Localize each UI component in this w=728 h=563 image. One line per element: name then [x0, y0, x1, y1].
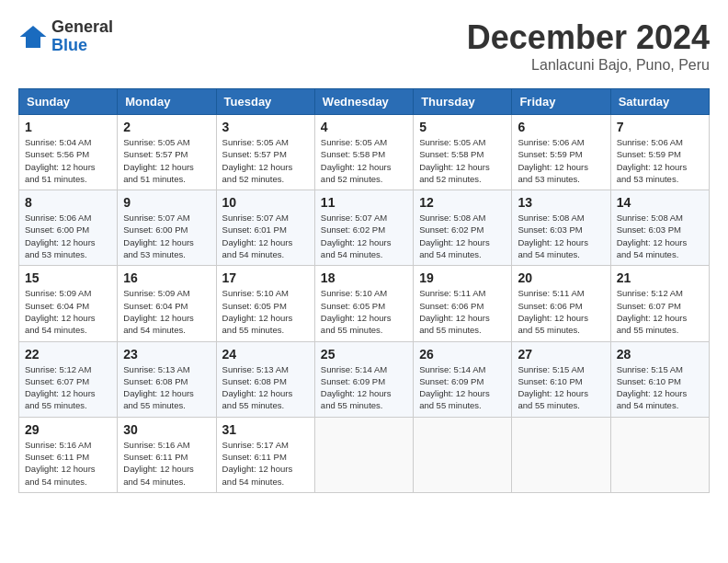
day-number: 14 [617, 195, 703, 210]
day-info: Sunrise: 5:06 AM Sunset: 6:00 PM Dayligh… [25, 212, 111, 260]
day-number: 25 [321, 347, 407, 362]
calendar-cell: 8 Sunrise: 5:06 AM Sunset: 6:00 PM Dayli… [19, 190, 118, 266]
weekday-header-friday: Friday [512, 89, 610, 115]
month-title: December 2024 [467, 18, 710, 57]
day-number: 21 [617, 270, 703, 285]
day-number: 5 [419, 120, 506, 134]
calendar-cell: 5 Sunrise: 5:05 AM Sunset: 5:58 PM Dayli… [414, 115, 512, 190]
calendar-cell: 23 Sunrise: 5:13 AM Sunset: 6:08 PM Dayl… [118, 341, 216, 417]
day-info: Sunrise: 5:13 AM Sunset: 6:08 PM Dayligh… [222, 363, 309, 412]
calendar-cell: 12 Sunrise: 5:08 AM Sunset: 6:02 PM Dayl… [414, 190, 512, 266]
day-number: 1 [25, 120, 111, 134]
day-info: Sunrise: 5:17 AM Sunset: 6:11 PM Dayligh… [222, 439, 309, 488]
calendar-cell: 29 Sunrise: 5:16 AM Sunset: 6:11 PM Dayl… [19, 417, 118, 492]
weekday-header-monday: Monday [118, 89, 216, 115]
day-number: 4 [321, 120, 407, 134]
weekday-header-sunday: Sunday [19, 89, 118, 115]
day-info: Sunrise: 5:05 AM Sunset: 5:58 PM Dayligh… [419, 136, 506, 185]
day-info: Sunrise: 5:15 AM Sunset: 6:10 PM Dayligh… [617, 363, 703, 412]
calendar-cell: 18 Sunrise: 5:10 AM Sunset: 6:05 PM Dayl… [314, 266, 413, 341]
day-number: 10 [222, 195, 309, 210]
day-info: Sunrise: 5:05 AM Sunset: 5:57 PM Dayligh… [222, 136, 309, 185]
title-area: December 2024 Lanlacuni Bajo, Puno, Peru [467, 18, 710, 74]
calendar-cell: 7 Sunrise: 5:06 AM Sunset: 5:59 PM Dayli… [610, 115, 709, 190]
calendar-cell: 24 Sunrise: 5:13 AM Sunset: 6:08 PM Dayl… [216, 341, 314, 417]
day-number: 7 [617, 120, 703, 134]
day-info: Sunrise: 5:10 AM Sunset: 6:05 PM Dayligh… [321, 287, 407, 336]
day-number: 11 [321, 195, 407, 210]
day-info: Sunrise: 5:07 AM Sunset: 6:02 PM Dayligh… [321, 212, 407, 260]
day-number: 13 [518, 195, 604, 210]
calendar-cell: 11 Sunrise: 5:07 AM Sunset: 6:02 PM Dayl… [314, 190, 413, 266]
day-info: Sunrise: 5:06 AM Sunset: 5:59 PM Dayligh… [617, 136, 703, 185]
day-number: 6 [518, 120, 604, 134]
day-number: 22 [25, 347, 111, 362]
calendar-cell: 3 Sunrise: 5:05 AM Sunset: 5:57 PM Dayli… [216, 115, 314, 190]
location: Lanlacuni Bajo, Puno, Peru [467, 57, 710, 74]
day-info: Sunrise: 5:16 AM Sunset: 6:11 PM Dayligh… [25, 439, 111, 488]
calendar-cell: 1 Sunrise: 5:04 AM Sunset: 5:56 PM Dayli… [19, 115, 118, 190]
calendar-week-5: 29 Sunrise: 5:16 AM Sunset: 6:11 PM Dayl… [19, 417, 710, 492]
day-number: 27 [518, 347, 604, 362]
day-info: Sunrise: 5:12 AM Sunset: 6:07 PM Dayligh… [25, 363, 111, 412]
calendar-cell [414, 417, 512, 492]
day-info: Sunrise: 5:05 AM Sunset: 5:57 PM Dayligh… [123, 136, 210, 185]
day-number: 28 [617, 347, 703, 362]
day-number: 2 [123, 120, 210, 134]
day-number: 8 [25, 195, 111, 210]
calendar-week-2: 8 Sunrise: 5:06 AM Sunset: 6:00 PM Dayli… [19, 190, 710, 266]
page-header: General Blue December 2024 Lanlacuni Baj… [18, 18, 710, 74]
day-number: 16 [123, 270, 210, 285]
weekday-header-row: SundayMondayTuesdayWednesdayThursdayFrid… [19, 89, 710, 115]
day-number: 29 [25, 422, 111, 437]
calendar-cell: 6 Sunrise: 5:06 AM Sunset: 5:59 PM Dayli… [512, 115, 610, 190]
day-number: 26 [419, 347, 506, 362]
calendar-cell: 15 Sunrise: 5:09 AM Sunset: 6:04 PM Dayl… [19, 266, 118, 341]
day-info: Sunrise: 5:07 AM Sunset: 6:00 PM Dayligh… [123, 212, 210, 260]
calendar: SundayMondayTuesdayWednesdayThursdayFrid… [18, 88, 710, 493]
calendar-cell: 14 Sunrise: 5:08 AM Sunset: 6:03 PM Dayl… [610, 190, 709, 266]
calendar-cell: 16 Sunrise: 5:09 AM Sunset: 6:04 PM Dayl… [118, 266, 216, 341]
day-info: Sunrise: 5:04 AM Sunset: 5:56 PM Dayligh… [25, 136, 111, 185]
calendar-cell: 17 Sunrise: 5:10 AM Sunset: 6:05 PM Dayl… [216, 266, 314, 341]
logo-general: General [51, 18, 113, 37]
calendar-cell [314, 417, 413, 492]
weekday-header-saturday: Saturday [610, 89, 709, 115]
day-number: 17 [222, 270, 309, 285]
day-info: Sunrise: 5:13 AM Sunset: 6:08 PM Dayligh… [123, 363, 210, 412]
weekday-header-thursday: Thursday [414, 89, 512, 115]
day-number: 3 [222, 120, 309, 134]
calendar-cell: 27 Sunrise: 5:15 AM Sunset: 6:10 PM Dayl… [512, 341, 610, 417]
day-info: Sunrise: 5:08 AM Sunset: 6:03 PM Dayligh… [518, 212, 604, 260]
day-number: 24 [222, 347, 309, 362]
calendar-cell: 19 Sunrise: 5:11 AM Sunset: 6:06 PM Dayl… [414, 266, 512, 341]
calendar-week-1: 1 Sunrise: 5:04 AM Sunset: 5:56 PM Dayli… [19, 115, 710, 190]
day-info: Sunrise: 5:12 AM Sunset: 6:07 PM Dayligh… [617, 287, 703, 336]
day-info: Sunrise: 5:15 AM Sunset: 6:10 PM Dayligh… [518, 363, 604, 412]
day-info: Sunrise: 5:05 AM Sunset: 5:58 PM Dayligh… [321, 136, 407, 185]
day-info: Sunrise: 5:09 AM Sunset: 6:04 PM Dayligh… [25, 287, 111, 336]
calendar-cell: 30 Sunrise: 5:16 AM Sunset: 6:11 PM Dayl… [118, 417, 216, 492]
day-info: Sunrise: 5:06 AM Sunset: 5:59 PM Dayligh… [518, 136, 604, 185]
weekday-header-tuesday: Tuesday [216, 89, 314, 115]
calendar-cell: 20 Sunrise: 5:11 AM Sunset: 6:06 PM Dayl… [512, 266, 610, 341]
day-number: 19 [419, 270, 506, 285]
day-number: 20 [518, 270, 604, 285]
calendar-cell: 28 Sunrise: 5:15 AM Sunset: 6:10 PM Dayl… [610, 341, 709, 417]
logo-text: General Blue [51, 18, 113, 55]
calendar-cell: 22 Sunrise: 5:12 AM Sunset: 6:07 PM Dayl… [19, 341, 118, 417]
day-info: Sunrise: 5:14 AM Sunset: 6:09 PM Dayligh… [321, 363, 407, 412]
calendar-cell: 31 Sunrise: 5:17 AM Sunset: 6:11 PM Dayl… [216, 417, 314, 492]
day-number: 30 [123, 422, 210, 437]
calendar-week-4: 22 Sunrise: 5:12 AM Sunset: 6:07 PM Dayl… [19, 341, 710, 417]
logo-icon [18, 22, 48, 52]
calendar-cell: 9 Sunrise: 5:07 AM Sunset: 6:00 PM Dayli… [118, 190, 216, 266]
day-number: 9 [123, 195, 210, 210]
calendar-week-3: 15 Sunrise: 5:09 AM Sunset: 6:04 PM Dayl… [19, 266, 710, 341]
calendar-cell: 25 Sunrise: 5:14 AM Sunset: 6:09 PM Dayl… [314, 341, 413, 417]
day-number: 31 [222, 422, 309, 437]
day-info: Sunrise: 5:14 AM Sunset: 6:09 PM Dayligh… [419, 363, 506, 412]
day-number: 12 [419, 195, 506, 210]
day-info: Sunrise: 5:10 AM Sunset: 6:05 PM Dayligh… [222, 287, 309, 336]
day-info: Sunrise: 5:11 AM Sunset: 6:06 PM Dayligh… [518, 287, 604, 336]
